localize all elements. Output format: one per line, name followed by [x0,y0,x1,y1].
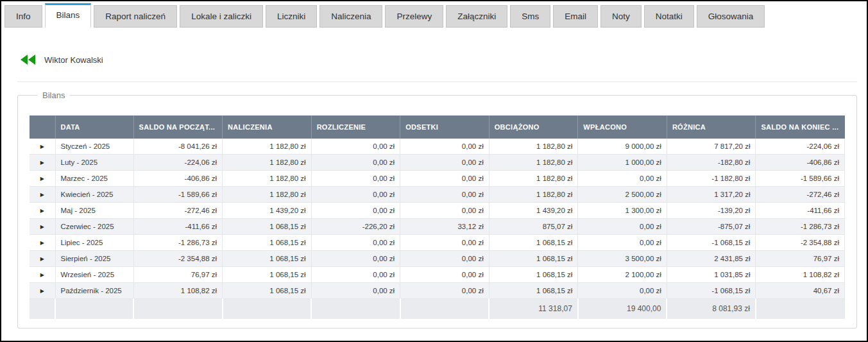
table-body: ▶Styczeń - 2025-8 041,26 zł1 182,80 zł0,… [30,139,845,299]
cell-amount: -875,07 zł [667,219,756,235]
expander-cell: ▶ [30,171,55,187]
cell-amount: -1 286,73 zł [133,235,223,251]
panel-legend: Bilans [37,90,70,100]
left-triangle-icon [28,55,35,65]
tab-email[interactable]: Email [553,5,598,28]
table-row[interactable]: ▶Maj - 2025-272,46 zł1 439,20 zł0,00 zł0… [30,203,845,219]
tab-przelewy[interactable]: Przelewy [385,5,443,28]
tab-bar: InfoBilansRaport naliczeńLokale i zalicz… [1,1,867,28]
cell-amount: 0,00 zł [311,235,400,251]
cell-amount: 1 182,80 zł [489,171,578,187]
app-window: InfoBilansRaport naliczeńLokale i zalicz… [0,0,868,342]
row-expander-icon[interactable]: ▶ [40,208,44,214]
table-row[interactable]: ▶Październik - 20251 108,82 zł1 068,15 z… [30,283,845,299]
cell-amount: -1 589,66 zł [133,187,223,203]
row-expander-icon[interactable]: ▶ [40,176,44,182]
row-expander-icon[interactable]: ▶ [40,192,44,198]
column-header-saldo-na-poczat[interactable]: SALDO NA POCZĄT... [133,115,223,139]
table-row[interactable]: ▶Kwiecień - 2025-1 589,66 zł1 182,80 zł0… [30,187,845,203]
table-footer: 11 318,0719 400,008 081,93 zł [30,299,845,320]
cell-amount: 76,97 zł [133,267,223,283]
column-header-data[interactable]: DATA [55,115,133,139]
tab-info[interactable]: Info [4,5,42,28]
cell-amount: 1 068,15 zł [223,251,312,267]
table-row[interactable]: ▶Marzec - 2025-406,86 zł1 182,80 zł0,00 … [30,171,845,187]
table-row[interactable]: ▶Wrzesień - 202576,97 zł1 068,15 zł0,00 … [30,267,845,283]
tab-liczniki[interactable]: Liczniki [266,5,317,28]
column-header-obciazono[interactable]: OBCIĄŻONO [489,115,578,139]
footer-total: 19 400,00 [578,299,667,320]
tab-sms[interactable]: Sms [510,5,550,28]
cell-amount: 0,00 zł [400,155,489,171]
table-row[interactable]: ▶Luty - 2025-224,06 zł1 182,80 zł0,00 zł… [30,155,845,171]
row-expander-icon[interactable]: ▶ [40,256,44,262]
cell-amount: 1 108,82 zł [756,267,845,283]
tab-noty[interactable]: Noty [600,5,642,28]
cell-amount: 0,00 zł [400,139,489,155]
footer-cell [55,299,133,320]
cell-amount: 0,00 zł [311,155,400,171]
expander-cell: ▶ [30,283,55,299]
cell-amount: -1 589,66 zł [756,171,845,187]
cell-amount: 1 068,15 zł [223,235,312,251]
cell-amount: 1 182,80 zł [223,139,312,155]
row-expander-icon[interactable]: ▶ [40,240,44,246]
cell-amount: 2 500,00 zł [578,187,667,203]
row-expander-icon[interactable]: ▶ [40,224,44,230]
back-double-arrow-icon[interactable] [21,55,35,65]
cell-amount: 3 500,00 zł [578,251,667,267]
cell-amount: 1 182,80 zł [489,139,578,155]
cell-month: Październik - 2025 [55,283,133,299]
table-row[interactable]: ▶Czerwiec - 2025-411,66 zł1 068,15 zł-22… [30,219,845,235]
cell-amount: -182,80 zł [667,155,756,171]
footer-total: 11 318,07 [489,299,578,320]
tab-raport-naliczen[interactable]: Raport naliczeń [94,5,177,28]
cell-month: Wrzesień - 2025 [55,267,133,283]
cell-amount: 1 182,80 zł [489,187,578,203]
cell-amount: 1 068,15 zł [223,267,312,283]
cell-amount: 40,67 zł [756,283,845,299]
row-expander-icon[interactable]: ▶ [40,160,44,166]
cell-amount: 1 182,80 zł [223,171,312,187]
cell-amount: 76,97 zł [756,251,845,267]
cell-amount: -226,20 zł [311,219,400,235]
cell-month: Sierpień - 2025 [55,251,133,267]
tab-glosowania[interactable]: Głosowania [697,5,765,28]
cell-amount: 1 439,20 zł [489,203,578,219]
column-header-naliczenia[interactable]: NALICZENIA [223,115,312,139]
tab-notatki[interactable]: Notatki [644,5,694,28]
cell-amount: 0,00 zł [311,187,400,203]
expander-cell: ▶ [30,219,55,235]
table-row[interactable]: ▶Styczeń - 2025-8 041,26 zł1 182,80 zł0,… [30,139,845,155]
column-header-rozliczenie[interactable]: ROZLICZENIE [311,115,400,139]
row-expander-icon[interactable]: ▶ [40,272,44,278]
table-row[interactable]: ▶Lipiec - 2025-1 286,73 zł1 068,15 zł0,0… [30,235,845,251]
row-expander-icon[interactable]: ▶ [40,288,44,294]
column-header-roznica[interactable]: RÓŻNICA [667,115,756,139]
column-header-saldo-na-koniec[interactable]: SALDO NA KONIEC ... [756,115,845,139]
tab-lokale-i-zaliczki[interactable]: Lokale i zaliczki [180,5,263,28]
cell-amount: 1 182,80 zł [489,155,578,171]
table-row[interactable]: ▶Sierpień - 2025-2 354,88 zł1 068,15 zł0… [30,251,845,267]
tab-naliczenia[interactable]: Naliczenia [319,5,382,28]
footer-cell [311,299,400,320]
cell-amount: 0,00 zł [578,283,667,299]
expander-cell: ▶ [30,267,55,283]
footer-cell [30,299,55,320]
table-header: DATASALDO NA POCZĄT...NALICZENIAROZLICZE… [30,115,845,139]
cell-amount: -1 068,15 zł [667,235,756,251]
tab-zalaczniki[interactable]: Załączniki [446,5,507,28]
tab-bilans[interactable]: Bilans [45,3,92,28]
cell-month: Marzec - 2025 [55,171,133,187]
column-header-odsetki[interactable]: ODSETKI [400,115,489,139]
row-expander-icon[interactable]: ▶ [40,144,44,150]
bilans-table: DATASALDO NA POCZĄT...NALICZENIAROZLICZE… [30,115,845,319]
cell-amount: 0,00 zł [311,283,400,299]
horizontal-divider [17,81,857,82]
cell-amount: 0,00 zł [400,283,489,299]
cell-amount: 9 000,00 zł [578,139,667,155]
column-header-wplacono[interactable]: WPŁACONO [578,115,667,139]
user-name-label: Wiktor Kowalski [44,55,103,65]
cell-amount: 7 817,20 zł [667,139,756,155]
cell-amount: 1 031,85 zł [667,267,756,283]
